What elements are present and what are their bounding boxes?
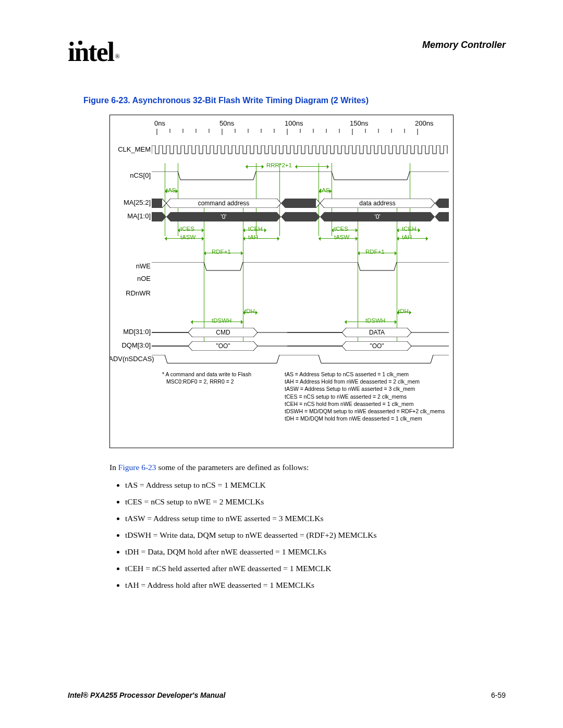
annot-rrr: RRR*2+1 [266, 162, 292, 168]
footnote-r6: tDSWH = MD/DQM setup to nWE deasserted =… [285, 408, 451, 415]
footnote-r5: tCEH = nCS hold from nWE deasserted = 1 … [285, 400, 451, 408]
annot-tceh-2: tCEH [402, 226, 416, 232]
dqm-waveform: "OO" "OO" [152, 341, 449, 351]
param-list: tAS = Address setup to nCS = 1 MEMCLK tC… [125, 479, 506, 591]
arrow [345, 322, 397, 322]
intro-pre: In [109, 463, 118, 472]
section-title: Memory Controller [422, 40, 506, 51]
bus-text-oo-1: "OO" [216, 342, 230, 350]
footnote-r4: tCES = nCS setup to nWE asserted = 2 clk… [285, 393, 451, 400]
signal-label-noe: nOE [110, 275, 151, 282]
annot-tasw-1: tASW [180, 234, 195, 240]
arrow [165, 238, 204, 239]
arrow-tas-2 [319, 191, 332, 191]
arrow [243, 230, 266, 230]
footnote-r2: tAH = Address Hold from nWE deasserted =… [285, 378, 451, 385]
annot-tas-1: tAS [166, 187, 176, 193]
bus-text-zero-2: '0' [374, 213, 380, 220]
clk-waveform [152, 145, 449, 155]
ma10-waveform: '0' '0' [152, 212, 449, 221]
body-text: In Figure 6-23 some of the parameters ar… [109, 461, 506, 591]
signal-label-nadv: nADV(nSDCAS) [109, 355, 151, 363]
bus-text-oo-2: "OO" [370, 342, 384, 350]
page-header: intel® Memory Controller [68, 36, 506, 67]
annot-tces-1: tCES [180, 226, 194, 232]
list-item: tDH = Data, DQM hold after nWE deasserte… [125, 546, 506, 558]
signal-label-nwe: nWE [110, 262, 151, 270]
fig-ref-link[interactable]: Figure 6-23 [118, 463, 156, 472]
annot-tceh-1: tCEH [248, 226, 262, 232]
signal-label-ma25: MA[25:2] [110, 199, 151, 206]
arrow [178, 230, 204, 230]
annot-tdh-2: tDH [398, 308, 409, 314]
list-item: tASW = Address setup time to nWE asserte… [125, 512, 506, 525]
bus-text-data: DATA [369, 329, 385, 336]
arrow [397, 312, 411, 313]
annot-tasw-2: tASW [334, 234, 349, 240]
arrow [243, 238, 279, 239]
time-tick-0ns: 0ns [154, 119, 165, 127]
list-item: tDSWH = Write data, DQM setup to nWE dea… [125, 529, 506, 541]
signal-label-ncs: nCS[0] [110, 171, 151, 179]
signal-label-ma10: MA[1:0] [110, 212, 151, 220]
figure-caption: Figure 6-23. Asynchronous 32-Bit Flash W… [83, 96, 506, 105]
time-tick-200ns: 200ns [415, 119, 433, 127]
footnote-r7: tDH = MD/DQM hold from nWE deasserted = … [285, 415, 451, 422]
arrow [319, 238, 358, 239]
signal-label-md31: MD[31:0] [110, 328, 151, 336]
footnote-left-2: MSC0:RDF0 = 2, RRR0 = 2 [166, 378, 274, 385]
page-number: 6-59 [491, 691, 506, 699]
footer-title: Intel® PXA255 Processor Developer's Manu… [68, 691, 225, 699]
list-item: tCEH = nCS held asserted after nWE deass… [125, 562, 506, 575]
arrow [191, 322, 243, 322]
time-tick-100ns: 100ns [285, 119, 303, 127]
arrow [358, 253, 397, 253]
intel-logo: intel® [68, 36, 118, 67]
list-item: tAS = Address setup to nCS = 1 MEMCLK [125, 479, 506, 491]
arrow [397, 230, 420, 230]
time-tick-50ns: 50ns [219, 119, 234, 127]
arrow [332, 230, 358, 230]
footnote-r1: tAS = Address Setup to nCS asserted = 1 … [285, 371, 451, 378]
annot-tdswh-1: tDSWH [212, 317, 231, 324]
list-item: tCES = nCS setup to nWE = 2 MEMCLKs [125, 496, 506, 508]
ncs-waveform [152, 171, 449, 181]
annot-tah-1: tAH [248, 234, 258, 240]
time-tick-150ns: 150ns [350, 119, 368, 127]
arrow-rrr-r [295, 166, 329, 167]
footnote-r3: tASW = Address Setup to nWE asserted = 3… [285, 385, 451, 392]
bus-text-cmd: CMD [216, 329, 230, 336]
signal-label-clk: CLK_MEM [110, 145, 151, 153]
bus-text-dataaddr: data address [359, 200, 395, 207]
signal-label-rdnwr: RDnWR [110, 289, 151, 297]
nwe-waveform [152, 262, 449, 272]
nadv-waveform [152, 355, 449, 364]
annot-rdf-1: RDF+1 [212, 249, 231, 255]
arrow-rrr-l [246, 166, 264, 167]
arrow [397, 238, 428, 239]
annot-tdswh-2: tDSWH [365, 317, 385, 324]
annot-tces-2: tCES [334, 226, 348, 232]
logo-text: intel [68, 37, 114, 67]
timing-diagram: 0ns 50ns 100ns 150ns 200ns CLK_ [109, 115, 454, 448]
registered-mark: ® [115, 52, 119, 60]
annot-rdf-2: RDF+1 [365, 249, 385, 255]
list-item: tAH = Address hold after nWE deasserted … [125, 579, 506, 591]
arrow [204, 253, 243, 253]
time-ticks [152, 129, 449, 137]
ma25-waveform: command address data address [152, 199, 449, 208]
footnote-left-1: * A command and data write to Flash [162, 371, 274, 378]
bus-text-zero-1: '0' [221, 213, 226, 220]
page-footer: Intel® PXA255 Processor Developer's Manu… [68, 691, 506, 699]
arrow [243, 312, 258, 313]
md31-waveform: CMD DATA [152, 328, 449, 337]
intro-post: some of the parameters are defined as fo… [156, 463, 309, 472]
annot-tah-2: tAH [402, 234, 412, 240]
signal-label-dqm: DQM[3:0] [110, 341, 151, 349]
annot-tas-2: tAS [320, 187, 330, 193]
bus-text-cmdaddr: command address [198, 200, 250, 207]
annot-tdh-1: tDH [244, 308, 255, 314]
arrow-tas-1 [165, 191, 178, 191]
